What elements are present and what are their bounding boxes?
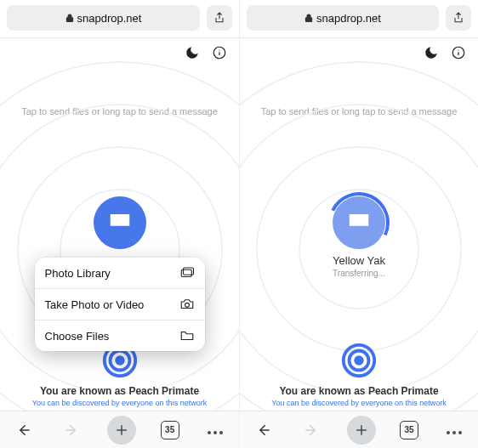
peer-avatar xyxy=(94,196,146,249)
tabs-button[interactable]: 35 xyxy=(161,421,179,439)
menu-button[interactable] xyxy=(203,418,227,442)
svg-point-20 xyxy=(354,355,364,366)
new-tab-button[interactable] xyxy=(107,416,136,445)
peer-name: Yellow Yak xyxy=(333,254,385,267)
sheet-choose-files[interactable]: Choose Files xyxy=(35,320,205,351)
back-button[interactable] xyxy=(252,418,276,442)
self-name: You are known as Peach Primate xyxy=(240,385,478,397)
sheet-take-photo[interactable]: Take Photo or Video xyxy=(35,288,205,320)
tabs-button[interactable]: 35 xyxy=(400,421,418,439)
hint-text: Tap to send files or long tap to send a … xyxy=(0,106,239,116)
screen-right: snapdrop.net Tap to send files or long t… xyxy=(239,0,478,448)
svg-point-15 xyxy=(458,49,458,50)
theme-toggle-icon[interactable] xyxy=(424,45,439,60)
back-button[interactable] xyxy=(12,418,36,442)
svg-point-9 xyxy=(185,303,189,307)
peer-device[interactable]: Yellow Yak Transferring... xyxy=(333,196,385,278)
share-icon xyxy=(452,11,465,25)
self-name: You are known as Peach Primate xyxy=(0,385,239,397)
photo-stack-icon xyxy=(179,266,195,280)
more-icon xyxy=(446,422,464,438)
new-tab-button[interactable] xyxy=(347,416,376,445)
url-field[interactable]: snapdrop.net xyxy=(247,5,439,31)
url-text: snapdrop.net xyxy=(77,12,142,25)
lock-icon xyxy=(304,13,313,23)
arrow-right-icon xyxy=(303,422,320,439)
browser-toolbar: 35 xyxy=(0,411,239,448)
share-icon xyxy=(213,11,226,25)
folder-icon xyxy=(179,329,195,343)
browser-toolbar: 35 xyxy=(240,411,478,448)
hint-text: Tap to send files or long tap to send a … xyxy=(240,106,478,116)
arrow-right-icon xyxy=(63,422,80,439)
lock-icon xyxy=(65,13,74,23)
sheet-label: Choose Files xyxy=(45,330,110,343)
arrow-left-icon xyxy=(15,422,32,439)
arrow-left-icon xyxy=(255,422,272,439)
self-discovery-text: You can be discovered by everyone on thi… xyxy=(0,399,239,407)
self-discovery-text: You can be discovered by everyone on thi… xyxy=(240,399,478,407)
tab-count: 35 xyxy=(165,425,174,434)
screen-left: snapdrop.net Tap to send files or long t… xyxy=(0,0,239,448)
share-button[interactable] xyxy=(446,5,471,31)
share-button[interactable] xyxy=(207,5,232,31)
menu-button[interactable] xyxy=(442,418,466,442)
camera-icon xyxy=(179,298,195,311)
svg-point-10 xyxy=(115,355,125,366)
forward-button[interactable] xyxy=(60,418,83,442)
page-actions xyxy=(240,38,478,60)
theme-toggle-icon[interactable] xyxy=(185,45,200,60)
peer-status: Transferring... xyxy=(333,269,385,278)
sheet-label: Photo Library xyxy=(45,267,111,280)
address-bar: snapdrop.net xyxy=(0,0,239,34)
plus-icon xyxy=(353,422,370,439)
page-actions xyxy=(0,38,239,60)
sheet-label: Take Photo or Video xyxy=(45,298,145,311)
svg-point-2 xyxy=(219,49,219,50)
self-indicator: You are known as Peach Primate You can b… xyxy=(240,341,478,407)
peer-device[interactable] xyxy=(94,196,146,254)
broadcast-icon xyxy=(339,341,378,380)
address-bar: snapdrop.net xyxy=(240,0,478,34)
url-text: snapdrop.net xyxy=(316,12,381,25)
desktop-icon xyxy=(346,210,372,235)
tab-count: 35 xyxy=(404,425,413,434)
plus-icon xyxy=(113,422,130,439)
desktop-icon xyxy=(107,210,133,235)
peer-avatar xyxy=(333,196,385,249)
stage: Tap to send files or long tap to send a … xyxy=(240,60,478,411)
self-logo xyxy=(339,341,378,380)
sheet-photo-library[interactable]: Photo Library xyxy=(35,258,205,288)
url-field[interactable]: snapdrop.net xyxy=(7,5,200,31)
stage: Tap to send files or long tap to send a … xyxy=(0,60,239,411)
more-icon xyxy=(206,422,224,438)
forward-button[interactable] xyxy=(299,418,323,442)
file-picker-sheet: Photo Library Take Photo or Video Choose… xyxy=(35,258,205,351)
info-icon[interactable] xyxy=(212,45,227,60)
info-icon[interactable] xyxy=(451,45,466,60)
